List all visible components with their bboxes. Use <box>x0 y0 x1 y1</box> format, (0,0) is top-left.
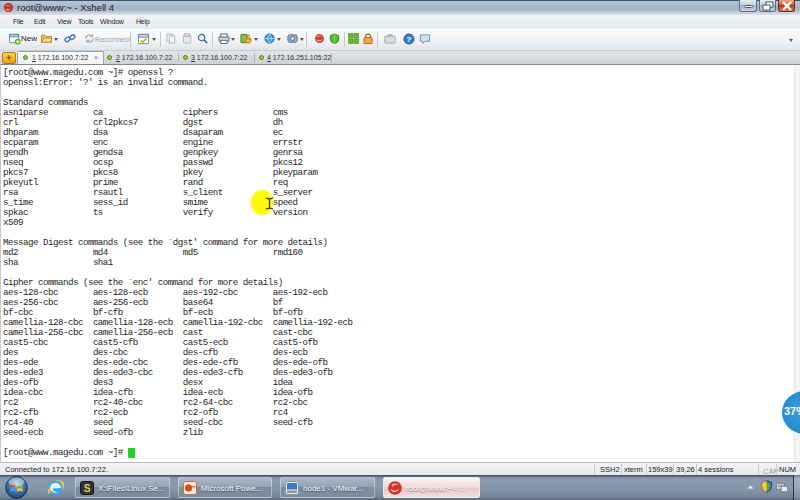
svg-text:?: ? <box>407 35 412 44</box>
svg-text:S: S <box>84 483 91 494</box>
